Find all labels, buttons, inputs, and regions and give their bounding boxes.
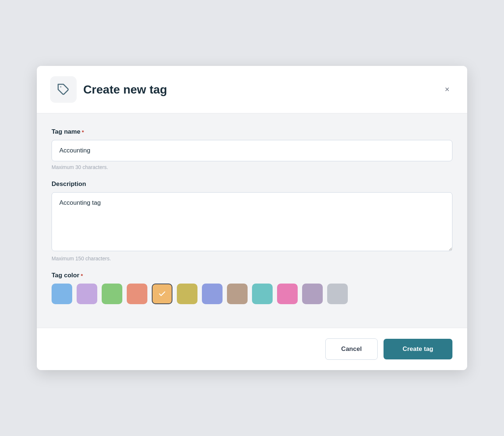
- modal-footer: Cancel Create tag: [37, 328, 467, 370]
- tag-color-label: Tag color *: [52, 272, 452, 279]
- color-swatch-blue[interactable]: [52, 284, 72, 304]
- tag-name-group: Tag name * Maximum 30 characters.: [52, 128, 452, 170]
- description-group: Description Accounting tag Maximum 150 c…: [52, 180, 452, 261]
- color-swatch-taupe[interactable]: [227, 284, 248, 304]
- close-button[interactable]: ×: [442, 82, 452, 96]
- tag-icon-box: [50, 76, 77, 103]
- color-swatch-teal[interactable]: [252, 284, 273, 304]
- description-hint: Maximum 150 characters.: [52, 256, 452, 261]
- tag-color-required: *: [81, 272, 83, 279]
- tag-color-group: Tag color *: [52, 272, 452, 304]
- modal-header: Create new tag ×: [37, 66, 467, 113]
- modal-title: Create new tag: [83, 83, 167, 96]
- color-swatch-mauve[interactable]: [302, 284, 323, 304]
- color-swatch-periwinkle[interactable]: [202, 284, 223, 304]
- color-swatch-pink[interactable]: [277, 284, 298, 304]
- header-left: Create new tag: [50, 76, 167, 103]
- tag-name-hint: Maximum 30 characters.: [52, 164, 452, 170]
- tag-name-required: *: [82, 129, 84, 135]
- color-swatch-lavender[interactable]: [77, 284, 97, 304]
- tag-name-label: Tag name *: [52, 128, 452, 136]
- tag-name-input[interactable]: [52, 140, 452, 161]
- create-tag-button[interactable]: Create tag: [384, 339, 452, 359]
- color-swatch-orange[interactable]: [152, 284, 172, 304]
- color-swatch-green[interactable]: [102, 284, 122, 304]
- modal-body: Tag name * Maximum 30 characters. Descri…: [37, 113, 467, 328]
- tag-icon: [57, 83, 70, 96]
- description-label: Description: [52, 180, 452, 188]
- color-swatch-light-gray[interactable]: [327, 284, 348, 304]
- color-swatch-salmon[interactable]: [127, 284, 147, 304]
- color-swatch-yellow-green[interactable]: [177, 284, 197, 304]
- create-tag-modal: Create new tag × Tag name * Maximum 30 c…: [37, 66, 467, 370]
- color-swatches: [52, 284, 452, 304]
- description-textarea[interactable]: Accounting tag: [52, 192, 452, 251]
- cancel-button[interactable]: Cancel: [325, 338, 378, 360]
